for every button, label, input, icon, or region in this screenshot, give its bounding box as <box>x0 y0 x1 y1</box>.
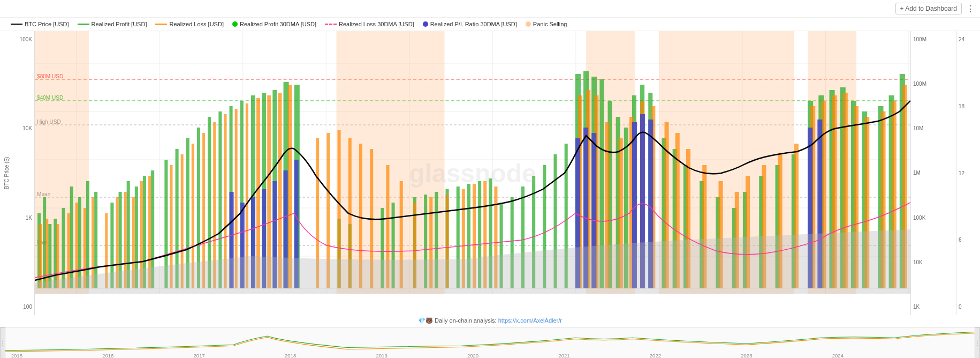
legend-panic-selling: Panic Selling <box>526 21 567 27</box>
legend-loss-30dma: Realized Loss 30DMA [USD] <box>325 21 414 27</box>
svg-rect-35 <box>48 224 51 288</box>
kebab-menu-button[interactable]: ⋮ <box>966 4 975 14</box>
svg-text:2017: 2017 <box>194 353 205 358</box>
svg-text:2020 Jul: 2020 Jul <box>492 299 513 304</box>
svg-rect-40 <box>86 181 89 288</box>
legend-realized-profit: Realized Profit [USD] <box>78 21 147 27</box>
svg-text:2015 Jan: 2015 Jan <box>37 299 59 304</box>
legend-btc-price: BTC Price [USD] <box>11 21 69 27</box>
attribution-link[interactable]: https://x.com/AxelAdler/r <box>498 317 562 324</box>
svg-text:2024 Jan: 2024 Jan <box>784 299 806 304</box>
chart-legend: BTC Price [USD] Realized Profit [USD] Re… <box>0 18 980 31</box>
svg-text:2015 Jul: 2015 Jul <box>77 299 97 304</box>
attribution-icons: 💎🐻 <box>418 317 433 324</box>
svg-text:2018 Jul: 2018 Jul <box>326 299 346 304</box>
svg-text:2025 Jan: 2025 Jan <box>894 299 910 304</box>
y-axis-left: BTC Price ($) 100K 10K 1K 100 <box>0 31 35 315</box>
svg-text:2016: 2016 <box>102 353 113 358</box>
svg-text:2023 Jul: 2023 Jul <box>742 299 763 304</box>
svg-text:2017 Jul: 2017 Jul <box>243 299 263 304</box>
legend-realized-loss: Realized Loss [USD] <box>155 21 224 27</box>
legend-profit-30dma: Realized Profit 30DMA [USD] <box>232 21 316 27</box>
svg-text:2021 Jan: 2021 Jan <box>534 299 556 304</box>
svg-text:2024: 2024 <box>832 353 844 358</box>
svg-rect-39 <box>78 197 81 288</box>
y-axis-right-2: 24 18 12 6 0 <box>956 31 980 315</box>
svg-text:2020: 2020 <box>467 353 478 358</box>
add-dashboard-label: + Add to Dashboard <box>900 5 957 12</box>
mini-chart: ⋮ 2015 2016 2017 2018 2019 2020 2021 202… <box>0 327 980 358</box>
svg-rect-41 <box>94 192 97 288</box>
y-axis-right-1: 100M 100M 10M 1M 100K 10K 1K <box>910 31 956 315</box>
mini-chart-left-handle[interactable]: ⋮ <box>0 327 5 358</box>
svg-text:2021: 2021 <box>558 353 569 358</box>
attribution: 💎🐻 Daily on-chain analysis: https://x.co… <box>0 315 980 327</box>
svg-text:2016 Jan: 2016 Jan <box>118 299 140 304</box>
add-to-dashboard-button[interactable]: + Add to Dashboard <box>895 3 962 14</box>
svg-text:2016 Jul: 2016 Jul <box>159 299 180 304</box>
y-axis-left-label: BTC Price ($) <box>4 157 10 190</box>
svg-text:2022: 2022 <box>650 353 661 358</box>
svg-text:2021 Jul: 2021 Jul <box>576 299 596 304</box>
svg-text:2023 Jan: 2023 Jan <box>701 299 723 304</box>
top-bar: + Add to Dashboard ⋮ <box>0 0 980 18</box>
svg-text:2020 Jan: 2020 Jan <box>451 299 473 304</box>
svg-text:2019 Jul: 2019 Jul <box>409 299 430 304</box>
svg-rect-133 <box>288 85 292 288</box>
svg-text:2018 Jan: 2018 Jan <box>285 299 307 304</box>
attribution-text: Daily on-chain analysis: <box>435 317 498 324</box>
svg-text:2022 Jul: 2022 Jul <box>659 299 679 304</box>
svg-rect-111 <box>56 224 59 288</box>
svg-text:2019 Jan: 2019 Jan <box>368 299 390 304</box>
svg-rect-112 <box>67 213 70 288</box>
mini-chart-inner[interactable]: 2015 2016 2017 2018 2019 2020 2021 2022 … <box>5 327 975 358</box>
svg-text:2017 Jan: 2017 Jan <box>201 299 223 304</box>
svg-text:2015: 2015 <box>11 353 22 358</box>
chart-main: glassnode $80M USD $40M USD <box>35 31 910 315</box>
svg-rect-29 <box>337 31 445 294</box>
svg-rect-113 <box>75 203 78 288</box>
mini-chart-svg: 2015 2016 2017 2018 2019 2020 2021 2022 … <box>5 327 975 358</box>
svg-text:2022 Jan: 2022 Jan <box>618 299 640 304</box>
svg-rect-37 <box>62 208 65 288</box>
svg-text:2018: 2018 <box>285 353 296 358</box>
mini-chart-right-handle[interactable]: ⋮ <box>975 327 980 358</box>
chart-area: BTC Price ($) 100K 10K 1K 100 glassnode <box>0 31 980 315</box>
legend-pl-ratio: Realized P/L Ratio 30DMA [USD] <box>423 21 517 27</box>
svg-text:2024 Jul: 2024 Jul <box>825 299 846 304</box>
chart-svg: $80M USD $40M USD High USD Mean Low <box>35 31 910 315</box>
svg-text:2019: 2019 <box>376 353 387 358</box>
svg-text:2023: 2023 <box>741 353 752 358</box>
